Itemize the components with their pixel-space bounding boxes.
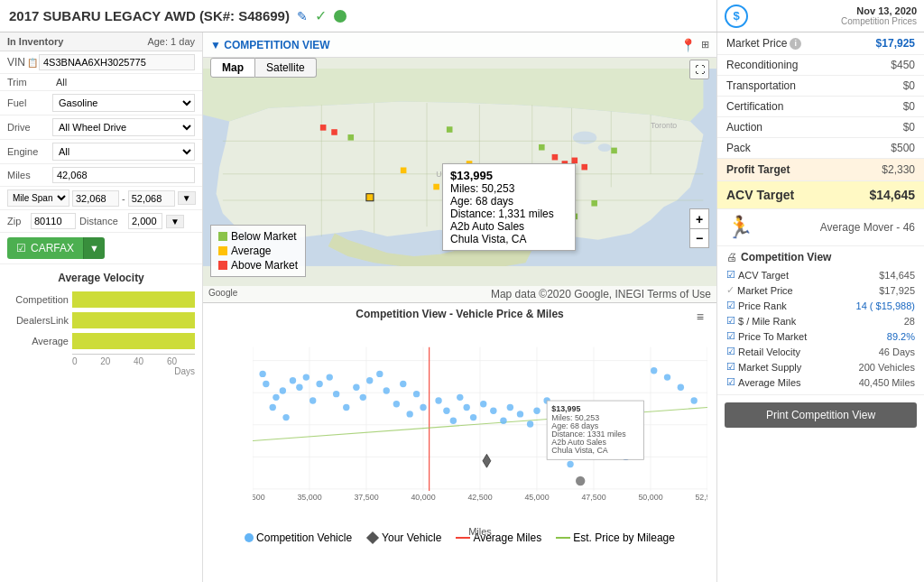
fuel-label: Fuel bbox=[7, 97, 52, 108]
svg-point-78 bbox=[393, 401, 400, 407]
milespan-from-input[interactable] bbox=[72, 190, 119, 207]
distance-input[interactable] bbox=[128, 213, 162, 229]
svg-point-68 bbox=[310, 397, 316, 403]
comp-ms-value: 200 Vehicles bbox=[859, 362, 915, 373]
certification-value: $0 bbox=[903, 100, 915, 113]
map-tab-button[interactable]: Map bbox=[210, 58, 255, 78]
miles-input[interactable] bbox=[52, 167, 195, 183]
velocity-axis-40: 40 bbox=[134, 356, 143, 366]
info-icon[interactable]: i bbox=[790, 38, 801, 50]
svg-point-110 bbox=[690, 397, 697, 403]
carfax-dropdown-button[interactable]: ▼ bbox=[83, 237, 105, 259]
zoom-out-button[interactable]: − bbox=[689, 228, 709, 248]
drive-select[interactable]: All Wheel Drive bbox=[52, 118, 195, 136]
mover-label: Average Mover - 46 bbox=[820, 221, 915, 234]
market-price-value: $17,925 bbox=[876, 37, 915, 50]
distance-arrow-button[interactable]: ▼ bbox=[166, 215, 184, 228]
comp-acv-value: $14,645 bbox=[879, 270, 915, 281]
svg-point-87 bbox=[463, 404, 469, 411]
svg-point-72 bbox=[343, 404, 349, 411]
svg-point-82 bbox=[420, 404, 426, 411]
svg-point-73 bbox=[353, 384, 359, 391]
milespan-select[interactable]: Mile Span bbox=[7, 189, 69, 207]
trim-value: All bbox=[56, 77, 67, 88]
svg-rect-19 bbox=[320, 125, 327, 131]
svg-point-108 bbox=[664, 374, 670, 380]
svg-point-107 bbox=[651, 367, 657, 374]
milespan-arrow-button[interactable]: ▼ bbox=[178, 191, 196, 205]
legend-average-icon bbox=[218, 246, 227, 255]
comp-acv-check: ☑ bbox=[726, 269, 735, 281]
comp-ms-check: ☑ bbox=[726, 361, 735, 373]
map-tooltip-price: $13,995 bbox=[450, 169, 568, 182]
map-fullscreen-button[interactable]: ⛶ bbox=[689, 60, 709, 79]
svg-point-93 bbox=[517, 411, 523, 417]
svg-point-60 bbox=[273, 394, 279, 401]
engine-select[interactable]: All bbox=[52, 143, 195, 161]
svg-text:35,000: 35,000 bbox=[297, 493, 321, 502]
vin-copy-icon[interactable]: 📋 bbox=[27, 58, 38, 68]
map-footer-text: Map data ©2020 Google, INEGI Terms of Us… bbox=[491, 288, 711, 300]
age-label: Age: 1 day bbox=[147, 36, 195, 47]
map-tooltip-distance: Distance: 1,331 miles bbox=[450, 208, 568, 220]
competition-view-title: ▼ COMPETITION VIEW bbox=[210, 39, 330, 51]
comp-market-label: Market Price bbox=[737, 285, 793, 296]
svg-rect-28 bbox=[539, 144, 545, 151]
velocity-axis-60: 60 bbox=[167, 356, 177, 366]
carfax-button[interactable]: ☑ CARFAX bbox=[7, 237, 83, 259]
map-location-icon[interactable]: 📍 bbox=[680, 38, 696, 52]
google-logo: Google bbox=[208, 288, 237, 300]
zip-input[interactable] bbox=[31, 213, 76, 229]
comp-ptm-check: ☑ bbox=[726, 330, 735, 342]
svg-point-59 bbox=[263, 381, 269, 387]
transportation-value: $0 bbox=[903, 79, 915, 92]
drive-label: Drive bbox=[7, 122, 52, 133]
svg-text:37,500: 37,500 bbox=[354, 493, 378, 502]
legend-below-market-label: Below Market bbox=[231, 230, 297, 243]
print-competition-view-button[interactable]: Print Competition View bbox=[725, 402, 917, 428]
svg-rect-26 bbox=[347, 134, 354, 141]
satellite-tab-button[interactable]: Satellite bbox=[255, 58, 317, 78]
velocity-competition-label: Competition bbox=[7, 294, 69, 305]
miles-label: Miles bbox=[7, 170, 52, 180]
comp-pricerank-value: 14 ( $15,988) bbox=[856, 300, 915, 311]
svg-point-64 bbox=[282, 414, 289, 420]
map-tooltip: $13,995 Miles: 50,253 Age: 68 days Dista… bbox=[442, 163, 576, 251]
svg-point-81 bbox=[413, 391, 420, 397]
comp-milerank-label: $ / Mile Rank bbox=[738, 316, 796, 327]
map-tooltip-age: Age: 68 days bbox=[450, 195, 568, 208]
certification-label: Certification bbox=[726, 100, 783, 113]
map-section: ▼ COMPETITION VIEW 📍 ⊞ Map Satellite ⛶ bbox=[203, 32, 716, 303]
comp-am-value: 40,450 Miles bbox=[859, 377, 915, 388]
milespan-to-input[interactable] bbox=[128, 190, 175, 207]
reconditioning-value: $450 bbox=[891, 59, 915, 71]
map-expand-icon[interactable]: ⊞ bbox=[701, 39, 709, 51]
acv-target-value: $14,645 bbox=[869, 188, 915, 202]
svg-point-112 bbox=[576, 476, 585, 485]
comp-ptm-label: Price To Market bbox=[738, 331, 807, 342]
svg-text:Toronto: Toronto bbox=[651, 121, 677, 130]
header-subtitle: Competition Prices bbox=[841, 16, 917, 26]
svg-rect-37 bbox=[366, 194, 374, 201]
zoom-in-button[interactable]: + bbox=[689, 208, 709, 228]
svg-point-92 bbox=[507, 404, 513, 411]
svg-rect-24 bbox=[581, 164, 587, 171]
svg-point-4 bbox=[573, 131, 596, 144]
fuel-select[interactable]: Gasoline bbox=[52, 94, 195, 112]
carfax-label: CARFAX bbox=[31, 242, 74, 254]
svg-text:50,000: 50,000 bbox=[638, 493, 662, 502]
svg-point-90 bbox=[490, 407, 496, 413]
comp-view-section-title: Competition View bbox=[741, 251, 831, 263]
map-footer: Google Map data ©2020 Google, INEGI Term… bbox=[203, 286, 716, 302]
right-panel: Market Price i $17,925 Reconditioning $4… bbox=[716, 32, 924, 582]
auction-value: $0 bbox=[903, 121, 915, 134]
pack-value: $500 bbox=[891, 142, 915, 154]
left-panel: In Inventory Age: 1 day VIN 📋 Trim All F… bbox=[0, 32, 203, 582]
milespan-separator: - bbox=[122, 193, 125, 204]
svg-point-85 bbox=[450, 418, 457, 424]
center-panel: ▼ COMPETITION VIEW 📍 ⊞ Map Satellite ⛶ bbox=[203, 32, 716, 582]
edit-icon[interactable]: ✎ bbox=[297, 9, 308, 23]
vin-input[interactable] bbox=[39, 54, 195, 70]
chart-section: Competition View - Vehicle Price & Miles… bbox=[203, 303, 716, 582]
comp-market-check: ✓ bbox=[726, 284, 735, 296]
